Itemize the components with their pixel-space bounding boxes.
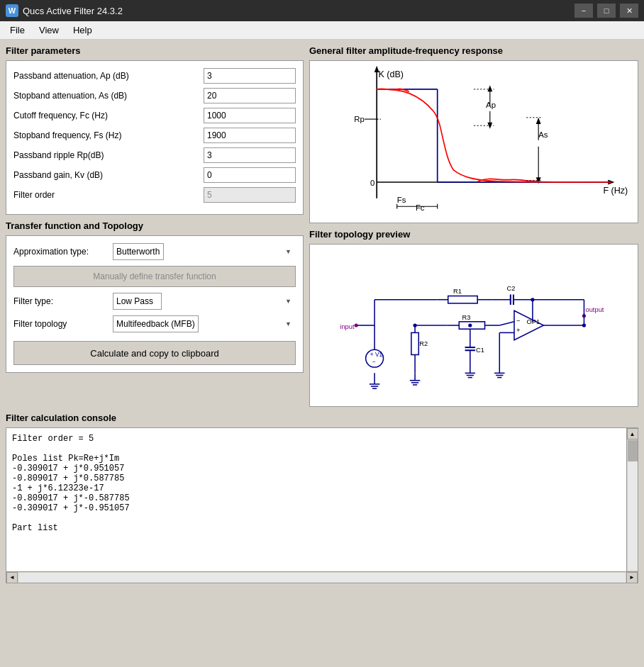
svg-text:R2: R2 (419, 340, 428, 347)
calculate-button[interactable]: Calculate and copy to clipboard (13, 341, 296, 365)
filter-topology-label: Filter topology (13, 319, 113, 329)
scrollbar-up-button[interactable]: ▲ (627, 428, 638, 439)
transfer-topology-section: Transfer function and Topology Approxima… (6, 220, 304, 373)
scrollbar-track (628, 440, 638, 571)
filter-chart-section: General filter amplitude-frequency respo… (309, 45, 638, 223)
param-label-0: Passband attenuation, Ap (dB) (13, 71, 204, 81)
window-title: Qucs Active Filter 24.3.2 (23, 6, 570, 16)
filter-type-select[interactable]: Low Pass High Pass Band Pass Band Stop (113, 293, 162, 310)
svg-text:Fs: Fs (397, 196, 406, 204)
titlebar: W Qucs Active Filter 24.3.2 − □ ✕ (0, 0, 644, 21)
scrollbar-track-h (18, 573, 626, 583)
param-input-passband-gain[interactable] (204, 167, 296, 183)
param-row-0: Passband attenuation, Ap (dB) (13, 68, 296, 84)
svg-text:R3: R3 (462, 314, 470, 321)
svg-text:Fc: Fc (416, 203, 425, 212)
param-row-4: Passband ripple Rp(dB) (13, 147, 296, 163)
svg-text:C2: C2 (507, 285, 516, 292)
scrollbar-vertical[interactable]: ▲ ▼ (626, 428, 638, 583)
svg-text:+ V1: + V1 (370, 351, 383, 358)
filter-topology-select-wrapper: Multifeedback (MFB) Sallen-Key Passive (113, 315, 296, 332)
filter-chart-svg: K (dB) F (Hz) 0 Fc Fs Rp (310, 61, 638, 223)
svg-text:input: input (340, 323, 355, 330)
console-section: Filter calculation console Filter order … (6, 413, 638, 583)
menu-file[interactable]: File (3, 23, 32, 38)
svg-point-46 (355, 323, 358, 327)
param-label-2: Cutoff frequency, Fc (Hz) (13, 111, 204, 120)
menu-view[interactable]: View (32, 23, 66, 38)
svg-text:F (Hz): F (Hz) (603, 186, 628, 196)
filter-type-row: Filter type: Low Pass High Pass Band Pas… (13, 293, 296, 310)
param-row-5: Passband gain, Kv (dB) (13, 167, 296, 183)
param-label-3: Stopband frequency, Fs (Hz) (13, 130, 204, 140)
main-content: Filter parameters Passband attenuation, … (0, 40, 644, 667)
console-title: Filter calculation console (6, 413, 638, 423)
svg-text:−: − (516, 318, 520, 325)
approx-select[interactable]: Butterworth Chebyshev Bessel Elliptic (113, 243, 164, 260)
param-input-stopband-freq[interactable] (204, 128, 296, 143)
param-input-cutoff-freq[interactable] (204, 108, 296, 123)
topology-preview-section: Filter topology preview input output (309, 229, 638, 407)
filter-params-box: Passband attenuation, Ap (dB) Stopband a… (6, 60, 304, 215)
param-row-2: Cutoff frequency, Fc (Hz) (13, 108, 296, 123)
svg-text:−: − (372, 358, 376, 365)
svg-text:Ap: Ap (486, 101, 496, 109)
right-column: General filter amplitude-frequency respo… (309, 45, 638, 407)
filter-params-title: Filter parameters (6, 45, 304, 56)
transfer-topology-title: Transfer function and Topology (6, 220, 304, 231)
scrollbar-right-button[interactable]: ► (626, 572, 638, 583)
console-box: Filter order = 5 Poles list Pk=Re+j*Im -… (6, 427, 638, 583)
topology-preview-svg: input output + V1 − (310, 245, 638, 406)
console-content: Filter order = 5 Poles list Pk=Re+j*Im -… (6, 428, 638, 571)
svg-text:output: output (586, 306, 604, 313)
scrollbar-thumb[interactable] (628, 440, 638, 461)
transfer-topology-box: Approximation type: Butterworth Chebyshe… (6, 235, 304, 373)
svg-point-98 (468, 323, 472, 327)
filter-type-select-wrapper: Low Pass High Pass Band Pass Band Stop (113, 293, 296, 310)
svg-point-80 (413, 323, 417, 327)
close-button[interactable]: ✕ (620, 4, 638, 18)
manual-transfer-button[interactable]: Manually define transfer function (13, 266, 296, 287)
filter-params-section: Filter parameters Passband attenuation, … (6, 45, 304, 215)
filter-type-label: Filter type: (13, 296, 113, 306)
filter-topology-select[interactable]: Multifeedback (MFB) Sallen-Key Passive (113, 315, 199, 332)
approx-label: Approximation type: (13, 247, 113, 257)
approx-select-wrapper: Butterworth Chebyshev Bessel Elliptic (113, 243, 296, 260)
topology-preview-title: Filter topology preview (309, 229, 638, 240)
svg-text:R1: R1 (453, 288, 462, 295)
scrollbar-horizontal[interactable]: ◄ ► (6, 571, 638, 583)
filter-topology-row: Filter topology Multifeedback (MFB) Sall… (13, 315, 296, 332)
param-input-passband-ripple[interactable] (204, 147, 296, 163)
svg-text:As: As (538, 130, 548, 139)
param-row-3: Stopband frequency, Fs (Hz) (13, 128, 296, 143)
approx-row: Approximation type: Butterworth Chebyshe… (13, 243, 296, 260)
filter-chart-title: General filter amplitude-frequency respo… (309, 45, 638, 56)
param-label-1: Stopband attenuation, As (dB) (13, 91, 204, 101)
menu-help[interactable]: Help (66, 23, 99, 38)
maximize-button[interactable]: □ (597, 4, 616, 18)
scrollbar-left-button[interactable]: ◄ (6, 572, 18, 583)
filter-chart-box: K (dB) F (Hz) 0 Fc Fs Rp (309, 60, 638, 223)
svg-text:0: 0 (370, 179, 374, 187)
param-row-1: Stopband attenuation, As (dB) (13, 88, 296, 103)
param-row-6: Filter order (13, 187, 296, 203)
param-input-stopband-atten[interactable] (204, 88, 296, 103)
param-input-passband-atten[interactable] (204, 68, 296, 84)
svg-text:K (dB): K (dB) (378, 69, 404, 79)
param-label-5: Passband gain, Kv (dB) (13, 170, 204, 180)
svg-text:Rp: Rp (354, 115, 365, 123)
svg-text:+: + (516, 327, 520, 334)
svg-text:C1: C1 (476, 347, 484, 354)
topology-preview-box: input output + V1 − (309, 244, 638, 407)
app-icon: W (6, 4, 18, 17)
svg-text:OP1: OP1 (527, 318, 540, 325)
minimize-button[interactable]: − (574, 4, 593, 18)
param-label-6: Filter order (13, 190, 204, 200)
menubar: File View Help (0, 21, 644, 40)
svg-rect-0 (320, 61, 627, 223)
param-input-filter-order (204, 187, 296, 203)
left-column: Filter parameters Passband attenuation, … (6, 45, 304, 407)
param-label-4: Passband ripple Rp(dB) (13, 150, 204, 160)
